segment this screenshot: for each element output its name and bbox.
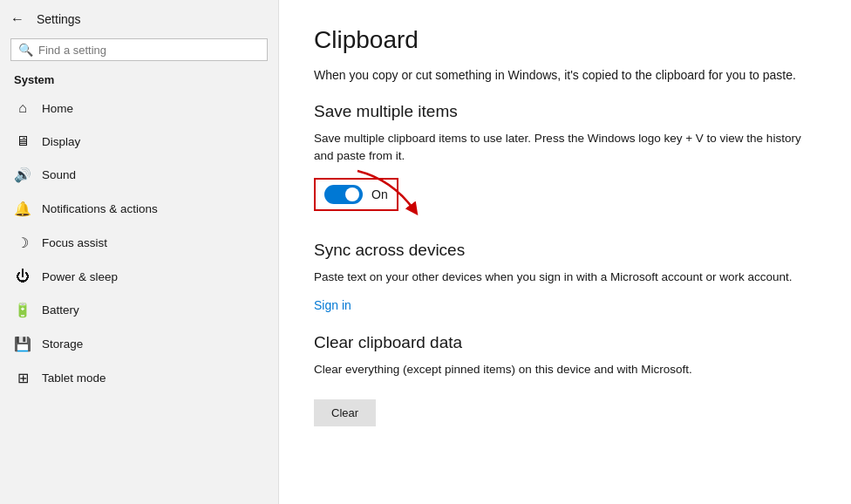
sidebar-item-display[interactable]: 🖥 Display	[0, 125, 278, 158]
annotation-arrow	[340, 162, 445, 232]
search-icon: 🔍	[18, 43, 33, 57]
section1-title: Save multiple items	[314, 102, 816, 121]
sidebar-item-sound[interactable]: 🔊 Sound	[0, 158, 278, 192]
battery-icon: 🔋	[14, 302, 31, 318]
sidebar-item-battery-label: Battery	[42, 303, 79, 317]
sidebar-item-display-label: Display	[42, 135, 80, 148]
sidebar-item-tablet[interactable]: ⊞ Tablet mode	[0, 361, 278, 395]
sidebar-item-sound-label: Sound	[42, 168, 76, 181]
search-box[interactable]: 🔍	[10, 38, 268, 61]
sidebar-item-home-label: Home	[42, 102, 73, 115]
sound-icon: 🔊	[14, 167, 31, 183]
home-icon: ⌂	[14, 100, 31, 116]
sidebar-item-storage[interactable]: 💾 Storage	[0, 327, 278, 361]
sidebar-item-power-label: Power & sleep	[42, 270, 118, 283]
display-icon: 🖥	[14, 133, 31, 149]
clear-button[interactable]: Clear	[314, 399, 376, 426]
section3-title: Clear clipboard data	[314, 333, 816, 352]
tablet-icon: ⊞	[14, 370, 31, 386]
focus-icon: ☽	[14, 235, 31, 251]
sidebar: ← Settings 🔍 System ⌂ Home 🖥 Display 🔊 S…	[0, 0, 279, 504]
search-input[interactable]	[38, 44, 260, 57]
sidebar-item-storage-label: Storage	[42, 337, 83, 351]
section3-desc: Clear everything (except pinned items) o…	[314, 361, 816, 378]
sidebar-item-home[interactable]: ⌂ Home	[0, 92, 278, 125]
sidebar-item-focus-label: Focus assist	[42, 236, 107, 249]
sidebar-item-focus[interactable]: ☽ Focus assist	[0, 226, 278, 260]
sidebar-header: ← Settings	[0, 0, 278, 35]
section2-desc: Paste text on your other devices when yo…	[314, 269, 816, 286]
sidebar-item-notifications-label: Notifications & actions	[42, 202, 158, 215]
main-content: Clipboard When you copy or cut something…	[279, 0, 851, 504]
sidebar-item-tablet-label: Tablet mode	[42, 371, 106, 385]
notifications-icon: 🔔	[14, 201, 31, 217]
power-icon: ⏻	[14, 269, 31, 284]
back-button[interactable]: ←	[7, 8, 28, 31]
section2-title: Sync across devices	[314, 241, 816, 260]
page-description: When you copy or cut something in Window…	[314, 66, 816, 85]
section1-desc: Save multiple clipboard items to use lat…	[314, 130, 816, 166]
page-title: Clipboard	[314, 26, 816, 54]
sidebar-item-power[interactable]: ⏻ Power & sleep	[0, 260, 278, 293]
sidebar-item-battery[interactable]: 🔋 Battery	[0, 293, 278, 327]
settings-title: Settings	[37, 12, 81, 26]
sign-in-link[interactable]: Sign in	[314, 298, 816, 312]
storage-icon: 💾	[14, 336, 31, 352]
sidebar-item-notifications[interactable]: 🔔 Notifications & actions	[0, 192, 278, 226]
system-category-label: System	[0, 68, 278, 92]
